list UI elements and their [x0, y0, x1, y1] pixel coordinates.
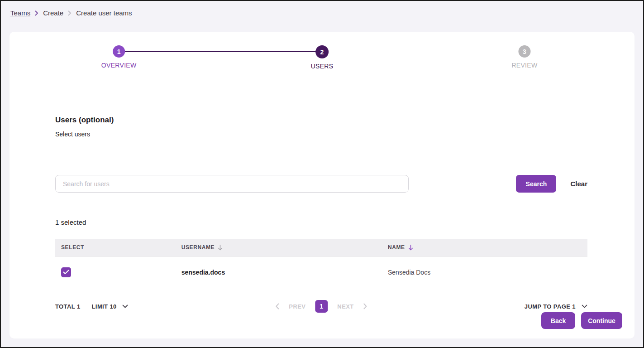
selected-count: 1 selected — [55, 218, 587, 226]
search-row: Search Clear — [55, 175, 587, 193]
cell-username: sensedia.docs — [181, 269, 225, 276]
step-users-label: USERS — [311, 63, 334, 70]
next-page-button[interactable]: NEXT — [337, 303, 353, 310]
checkmark-icon — [63, 268, 69, 276]
clear-button[interactable]: Clear — [570, 180, 587, 188]
continue-button[interactable]: Continue — [581, 312, 622, 329]
step-users-circle: 2 — [315, 45, 329, 58]
step-review-circle: 3 — [518, 45, 530, 58]
total-count: TOTAL 1 — [55, 303, 81, 310]
wizard-stepper: 1 OVERVIEW 2 USERS 3 REVIEW — [10, 45, 634, 82]
next-page-arrow[interactable] — [363, 303, 367, 309]
footer-actions: Back Continue — [541, 312, 622, 329]
column-header-select: SELECT — [61, 244, 181, 251]
prev-page-button[interactable]: PREV — [289, 303, 305, 310]
limit-dropdown[interactable]: LIMIT 10 — [92, 303, 128, 310]
chevron-right-icon — [35, 10, 38, 16]
page-subtitle: Select users — [55, 130, 587, 138]
users-table: SELECT USERNAME NAME — [55, 239, 587, 288]
step-review-label: REVIEW — [511, 62, 537, 69]
search-button[interactable]: Search — [516, 175, 556, 193]
breadcrumb-create: Create — [43, 9, 63, 17]
table-row: sensedia.docs Sensedia Docs — [55, 256, 587, 288]
wizard-card: 1 OVERVIEW 2 USERS 3 REVIEW Users (optio… — [10, 32, 634, 338]
breadcrumb-create-user-teams: Create user teams — [76, 9, 132, 17]
prev-page-arrow[interactable] — [275, 303, 279, 309]
table-header-row: SELECT USERNAME NAME — [55, 239, 587, 256]
breadcrumb: Teams Create Create user teams — [1, 1, 643, 17]
chevron-down-icon — [582, 304, 587, 308]
row-checkbox-checked[interactable] — [61, 267, 71, 277]
chevron-right-icon — [68, 10, 72, 16]
sort-desc-icon[interactable] — [408, 245, 413, 251]
step-overview[interactable]: 1 OVERVIEW — [101, 45, 137, 69]
breadcrumb-teams[interactable]: Teams — [10, 9, 30, 17]
cell-name: Sensedia Docs — [388, 269, 430, 276]
jump-to-page-dropdown[interactable]: JUMP TO PAGE 1 — [525, 303, 587, 310]
step-overview-label: OVERVIEW — [101, 62, 137, 69]
step-users[interactable]: 2 USERS — [311, 45, 334, 70]
stepper-connector — [119, 51, 322, 52]
step-review: 3 REVIEW — [511, 45, 537, 69]
pagination-bar: TOTAL 1 LIMIT 10 PREV 1 NEXT — [55, 297, 587, 315]
step-overview-circle: 1 — [113, 45, 125, 58]
chevron-down-icon — [122, 304, 128, 308]
page-title: Users (optional) — [55, 116, 587, 125]
back-button[interactable]: Back — [541, 312, 575, 329]
column-header-username[interactable]: USERNAME — [181, 244, 388, 251]
search-input[interactable] — [55, 175, 409, 193]
column-header-name[interactable]: NAME — [388, 244, 587, 251]
current-page-button[interactable]: 1 — [315, 300, 328, 313]
app-window: Teams Create Create user teams 1 OVERVIE… — [0, 0, 644, 348]
sort-desc-icon[interactable] — [218, 245, 223, 251]
